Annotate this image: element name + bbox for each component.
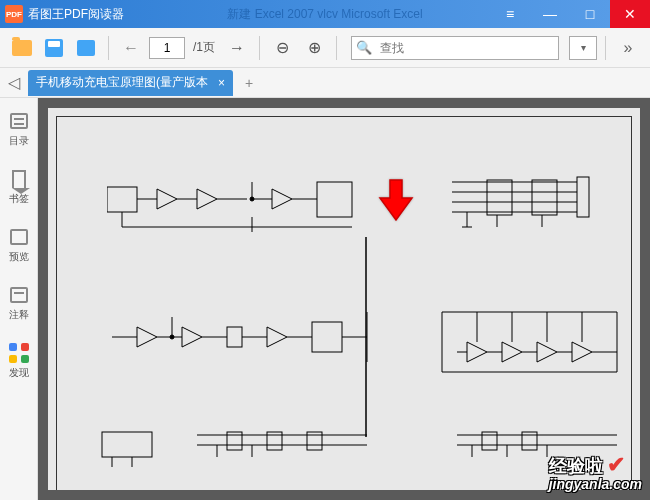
toolbar: ← /1页 → ⊖ ⊕ 🔍 ▾ »	[0, 28, 650, 68]
circuit-block-1	[107, 177, 367, 247]
open-file-button[interactable]	[8, 34, 36, 62]
circuit-block-4	[437, 302, 637, 392]
dropdown-button[interactable]: ≡	[490, 0, 530, 28]
bookmark-icon	[8, 168, 30, 190]
zoom-in-icon: ⊕	[308, 38, 321, 57]
more-button[interactable]: »	[614, 34, 642, 62]
toc-icon	[8, 110, 30, 132]
svg-rect-18	[532, 180, 557, 215]
print-icon	[77, 40, 95, 56]
app-logo: PDF	[5, 5, 23, 23]
zoom-out-icon: ⊖	[276, 38, 289, 57]
watermark-url: jingyanla.com	[549, 476, 642, 492]
zoom-in-button[interactable]: ⊕	[300, 34, 328, 62]
vertical-bus	[364, 237, 368, 437]
tab-nav-left[interactable]: ◁	[0, 69, 28, 97]
sidebar-item-annotate[interactable]: 注释	[8, 280, 30, 326]
close-button[interactable]: ✕	[610, 0, 650, 28]
separator	[108, 36, 109, 60]
discover-icon	[8, 342, 30, 364]
next-page-button[interactable]: →	[223, 34, 251, 62]
sidebar-item-bookmark[interactable]: 书签	[8, 164, 30, 210]
separator	[336, 36, 337, 60]
separator	[259, 36, 260, 60]
search-input[interactable]	[376, 41, 558, 55]
page-total-label: /1页	[193, 39, 215, 56]
sidebar: 目录 书签 预览 注释 发现	[0, 98, 38, 500]
save-button[interactable]	[40, 34, 68, 62]
tab-add-button[interactable]: +	[237, 71, 261, 95]
pdf-page	[48, 108, 640, 490]
save-icon	[45, 39, 63, 57]
red-arrow-annotation	[378, 178, 414, 226]
app-title: 看图王PDF阅读器	[28, 6, 124, 23]
circuit-block-3	[112, 312, 377, 382]
preview-icon	[8, 226, 30, 248]
sidebar-item-preview[interactable]: 预览	[8, 222, 30, 268]
schematic-border	[56, 116, 632, 490]
chevron-down-icon: ▾	[581, 42, 586, 53]
search-icon: 🔍	[352, 40, 376, 55]
sidebar-item-discover[interactable]: 发现	[8, 338, 30, 384]
background-window-title: 新建 Excel 2007 vlcv Microsoft Excel	[227, 6, 422, 23]
svg-rect-30	[312, 322, 342, 352]
maximize-button[interactable]: □	[570, 0, 610, 28]
prev-page-button[interactable]: ←	[117, 34, 145, 62]
page-number-input[interactable]	[149, 37, 185, 59]
svg-rect-0	[107, 187, 137, 212]
folder-icon	[12, 40, 32, 56]
svg-rect-27	[227, 327, 242, 347]
circuit-block-5	[97, 427, 167, 467]
titlebar: PDF 看图王PDF阅读器 新建 Excel 2007 vlcv Microso…	[0, 0, 650, 28]
zoom-out-button[interactable]: ⊖	[268, 34, 296, 62]
watermark: 经验啦✔ jingyanla.com	[549, 452, 642, 492]
document-viewport[interactable]	[38, 98, 650, 500]
tabbar: ◁ 手机移动充电宝原理图(量产版本 × +	[0, 68, 650, 98]
expand-button[interactable]: ▾	[569, 36, 597, 60]
annotate-icon	[8, 284, 30, 306]
arrow-left-icon: ←	[123, 39, 139, 57]
tab-active[interactable]: 手机移动充电宝原理图(量产版本 ×	[28, 70, 233, 96]
watermark-text: 经验啦	[549, 454, 603, 478]
tab-label: 手机移动充电宝原理图(量产版本	[36, 74, 208, 91]
svg-rect-7	[317, 182, 352, 217]
watermark-check-icon: ✔	[607, 452, 625, 477]
search-box[interactable]: 🔍	[351, 36, 559, 60]
tab-close-button[interactable]: ×	[218, 76, 225, 90]
minimize-button[interactable]: —	[530, 0, 570, 28]
double-chevron-icon: »	[624, 39, 633, 57]
svg-rect-19	[577, 177, 589, 217]
separator	[605, 36, 606, 60]
circuit-block-6	[197, 427, 377, 467]
svg-rect-48	[102, 432, 152, 457]
print-button[interactable]	[72, 34, 100, 62]
arrow-right-icon: →	[229, 39, 245, 57]
sidebar-item-toc[interactable]: 目录	[8, 106, 30, 152]
svg-rect-17	[487, 180, 512, 215]
circuit-block-2	[447, 172, 627, 252]
